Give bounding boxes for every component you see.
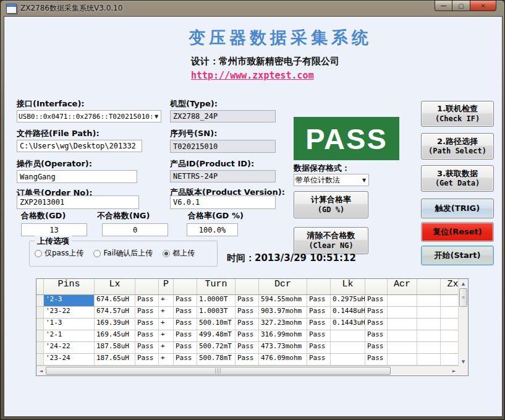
table-cell[interactable]: 500.72mT xyxy=(197,342,236,353)
upload-option[interactable]: 都上传 xyxy=(163,248,195,259)
table-cell[interactable]: Pass xyxy=(236,354,259,365)
table-cell[interactable]: Pass xyxy=(135,319,159,330)
table-cell[interactable]: + xyxy=(159,330,174,341)
table-cell[interactable]: '23-24 xyxy=(44,354,95,365)
start-button[interactable]: 开始(Start) xyxy=(421,246,494,265)
trig-button[interactable]: 触发(TRIG) xyxy=(421,199,494,218)
table-cell[interactable]: Pass xyxy=(365,342,388,353)
column-header-p[interactable]: P xyxy=(159,279,174,294)
product-version-input[interactable]: V6.0.1 xyxy=(170,195,276,209)
table-cell[interactable]: 1.0000T xyxy=(197,295,236,306)
table-cell[interactable]: Pass xyxy=(174,342,197,353)
table-cell[interactable]: 674.65uH xyxy=(95,295,135,306)
table-cell[interactable] xyxy=(388,295,417,306)
upload-option[interactable]: 仅pass上传 xyxy=(35,248,83,259)
table-cell[interactable]: Pass xyxy=(174,330,197,341)
table-cell[interactable]: 903.97mohm xyxy=(259,307,307,318)
table-cell[interactable] xyxy=(417,319,441,330)
column-header-blank-9[interactable] xyxy=(307,279,331,294)
table-cell[interactable]: 327.23mohm xyxy=(259,319,307,330)
column-header-turn[interactable]: Turn xyxy=(197,279,236,294)
radio-icon[interactable] xyxy=(35,250,42,257)
chevron-down-icon[interactable]: ▼ xyxy=(360,178,368,183)
upload-option[interactable]: Fail确认后上传 xyxy=(93,248,153,259)
table-cell[interactable]: Pass xyxy=(135,330,159,341)
table-cell[interactable]: 500.10mT xyxy=(197,319,236,330)
table-cell[interactable]: '2-1 xyxy=(44,330,95,341)
table-cell[interactable]: Pass xyxy=(365,319,388,330)
table-cell[interactable]: Pass xyxy=(236,330,259,341)
file-path-input[interactable]: C:\Users\wg\Desktop\201332 xyxy=(17,140,142,152)
table-cell[interactable] xyxy=(441,307,459,318)
table-cell[interactable] xyxy=(388,342,417,353)
ng-count-input[interactable]: 0 xyxy=(102,223,168,236)
table-cell[interactable]: Pass xyxy=(174,307,197,318)
table-cell[interactable]: + xyxy=(159,319,174,330)
table-cell[interactable] xyxy=(441,330,459,341)
table-cell-selected[interactable]: '2-3 xyxy=(44,295,95,306)
table-cell[interactable]: + xyxy=(159,342,174,353)
table-cell[interactable]: Pass xyxy=(365,330,388,341)
column-header-blank-3[interactable] xyxy=(135,279,159,294)
table-cell[interactable] xyxy=(417,295,441,306)
table-cell[interactable] xyxy=(441,342,459,353)
row-header-cell[interactable] xyxy=(36,330,44,341)
row-header-cell[interactable] xyxy=(36,342,44,353)
table-cell[interactable]: '23-22 xyxy=(44,307,95,318)
table-cell[interactable] xyxy=(417,342,441,353)
table-cell[interactable]: 169.39uH xyxy=(95,319,135,330)
column-header-blank-5[interactable] xyxy=(174,279,197,294)
table-cell[interactable]: 0.1448uH xyxy=(331,307,365,318)
table-cell[interactable]: Pass xyxy=(135,295,159,306)
calc-gd-rate-button[interactable]: 计算合格率 (GD %) xyxy=(294,191,368,218)
app-icon[interactable] xyxy=(6,4,17,14)
table-cell[interactable]: Pass xyxy=(135,307,159,318)
path-select-button[interactable]: 2.路径选择 (Path Select) xyxy=(421,133,494,160)
radio-icon[interactable] xyxy=(163,250,170,257)
order-no-input[interactable]: ZXP2013001 xyxy=(17,195,139,209)
table-cell[interactable] xyxy=(331,354,365,365)
table-cell[interactable]: 674.57uH xyxy=(95,307,135,318)
table-cell[interactable]: Pass xyxy=(365,354,388,365)
minimize-button[interactable]: — xyxy=(435,1,452,11)
table-cell[interactable]: Pass xyxy=(307,295,331,306)
column-header-acr[interactable]: Acr xyxy=(388,279,417,294)
table-cell[interactable]: 500.78mT xyxy=(197,354,236,365)
column-header-lk[interactable]: Lk xyxy=(331,279,365,294)
table-cell[interactable]: Pass xyxy=(236,307,259,318)
vertical-scrollbar[interactable]: ▲ ≡ ▼ xyxy=(458,279,468,366)
table-cell[interactable]: Pass xyxy=(365,295,388,306)
table-cell[interactable] xyxy=(441,354,459,365)
get-data-button[interactable]: 3.获取数据 (Get Data) xyxy=(421,165,494,192)
table-cell[interactable] xyxy=(388,330,417,341)
scroll-left-icon[interactable]: ◄ xyxy=(36,366,46,375)
table-cell[interactable]: Pass xyxy=(236,319,259,330)
title-bar[interactable]: ZX2786数据采集系统V3.0.10 — ▢ ✕ xyxy=(4,1,501,16)
column-header-lx[interactable]: Lx xyxy=(95,279,135,294)
radio-icon[interactable] xyxy=(93,250,101,257)
column-header-blank-13[interactable] xyxy=(417,279,441,294)
table-cell[interactable]: 169.45uH xyxy=(95,330,135,341)
row-header-cell[interactable] xyxy=(36,354,44,365)
table-cell[interactable] xyxy=(331,330,365,341)
table-cell[interactable] xyxy=(441,295,459,306)
table-cell[interactable]: Pass xyxy=(174,354,197,365)
table-cell[interactable]: Pass xyxy=(307,342,331,353)
column-header-blank-0[interactable] xyxy=(36,279,44,294)
table-cell[interactable]: Pass xyxy=(135,342,159,353)
table-cell[interactable]: 316.99mohm xyxy=(259,330,307,341)
column-header-dcr[interactable]: Dcr xyxy=(259,279,307,294)
table-cell[interactable]: Pass xyxy=(174,295,197,306)
table-cell[interactable]: '24-22 xyxy=(44,342,95,353)
website-link[interactable]: http://www.zxptest.com xyxy=(191,70,314,81)
table-cell[interactable]: Pass xyxy=(307,330,331,341)
table-cell[interactable] xyxy=(441,319,459,330)
scroll-down-icon[interactable]: ▼ xyxy=(459,357,468,366)
table-cell[interactable]: Pass xyxy=(307,307,331,318)
table-cell[interactable]: 187.65uH xyxy=(95,354,135,365)
table-cell[interactable]: 473.73mohm xyxy=(259,342,307,353)
table-cell[interactable] xyxy=(417,354,441,365)
table-cell[interactable]: Pass xyxy=(236,342,259,353)
gd-rate-input[interactable]: 100.0% xyxy=(187,223,238,236)
table-cell[interactable]: Pass xyxy=(135,354,159,365)
